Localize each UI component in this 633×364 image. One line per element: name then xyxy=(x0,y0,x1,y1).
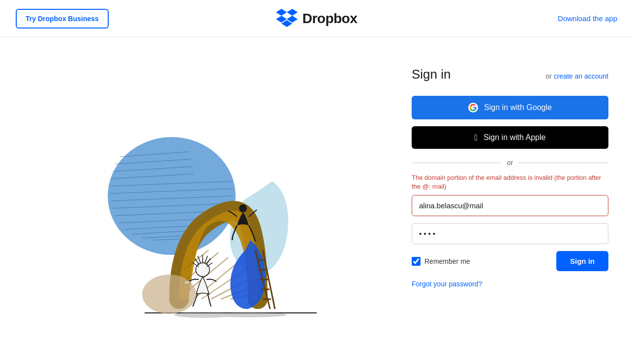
signin-header: Sign in or create an account xyxy=(412,67,608,82)
sign-in-apple-label: Sign in with Apple xyxy=(483,133,545,142)
download-app-link[interactable]: Download the app xyxy=(558,14,617,23)
sign-in-google-label: Sign in with Google xyxy=(484,103,552,112)
password-input[interactable] xyxy=(412,223,608,244)
forgot-password-link[interactable]: Forgot your password? xyxy=(412,280,608,288)
sign-in-apple-button[interactable]:  Sign in with Apple xyxy=(412,126,608,149)
hero-illustration xyxy=(81,83,317,319)
or-line-left xyxy=(412,163,501,163)
svg-point-44 xyxy=(142,275,196,314)
main-content: Sign in or create an account Sign in wit… xyxy=(0,37,633,364)
svg-point-0 xyxy=(108,137,236,255)
bottom-row: Remember me Sign in xyxy=(412,251,608,271)
logo-text: Dropbox xyxy=(302,11,358,27)
create-account-link[interactable]: create an account xyxy=(554,72,608,80)
google-icon xyxy=(468,103,478,112)
svg-point-30 xyxy=(239,204,247,212)
email-input[interactable] xyxy=(412,195,608,216)
remember-me-text: Remember me xyxy=(424,257,470,265)
or-divider: or xyxy=(412,159,608,167)
header: Try Dropbox Business Dropbox Download th… xyxy=(0,0,633,37)
create-account-text: or create an account xyxy=(545,72,608,80)
sign-in-google-button[interactable]: Sign in with Google xyxy=(412,96,608,119)
try-business-button-wrap: Try Dropbox Business xyxy=(16,9,109,28)
dropbox-icon xyxy=(276,8,298,29)
apple-icon:  xyxy=(475,133,478,142)
or-divider-text: or xyxy=(507,159,513,167)
remember-me-checkbox[interactable] xyxy=(412,257,421,266)
email-error-message: The domain portion of the email address … xyxy=(412,173,608,191)
svg-line-34 xyxy=(206,258,211,265)
signin-form-panel: Sign in or create an account Sign in wit… xyxy=(397,37,633,364)
remember-me-label[interactable]: Remember me xyxy=(412,257,470,266)
logo: Dropbox xyxy=(276,8,358,29)
or-line-right xyxy=(519,163,608,163)
signin-title: Sign in xyxy=(412,67,451,82)
svg-point-43 xyxy=(209,312,287,317)
illustration-panel xyxy=(0,37,397,364)
sign-in-button[interactable]: Sign in xyxy=(556,251,608,271)
try-business-button[interactable]: Try Dropbox Business xyxy=(16,9,109,28)
svg-point-31 xyxy=(196,263,210,277)
